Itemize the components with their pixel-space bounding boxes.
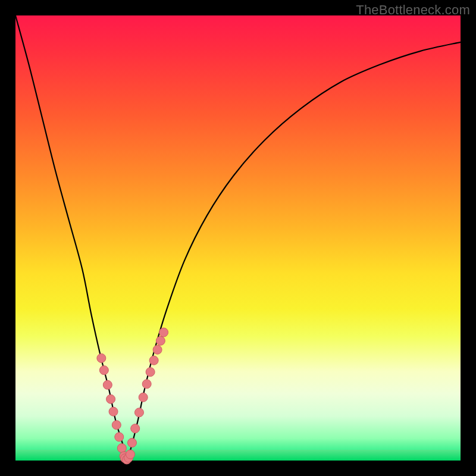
data-point-marker (109, 407, 118, 416)
data-point-marker (134, 408, 143, 417)
data-point-marker (115, 433, 124, 441)
data-point-marker (153, 345, 162, 354)
data-point-marker (142, 380, 151, 389)
data-point-marker (149, 356, 158, 365)
chart-frame: TheBottleneck.com (0, 0, 476, 476)
data-point-marker (117, 444, 126, 453)
data-point-marker (139, 393, 148, 402)
data-point-marker (146, 368, 155, 377)
marker-cluster (97, 328, 168, 464)
data-point-marker (126, 450, 134, 459)
chart-svg (15, 15, 461, 461)
data-point-marker (103, 380, 112, 389)
plot-area (15, 15, 461, 461)
data-point-marker (99, 366, 108, 375)
data-point-marker (112, 421, 121, 430)
data-point-marker (107, 394, 115, 403)
data-point-marker (131, 424, 140, 433)
bottleneck-curve (15, 15, 461, 461)
data-point-marker (127, 439, 136, 447)
data-point-marker (159, 328, 168, 337)
data-point-marker (156, 336, 165, 345)
data-point-marker (97, 353, 106, 362)
